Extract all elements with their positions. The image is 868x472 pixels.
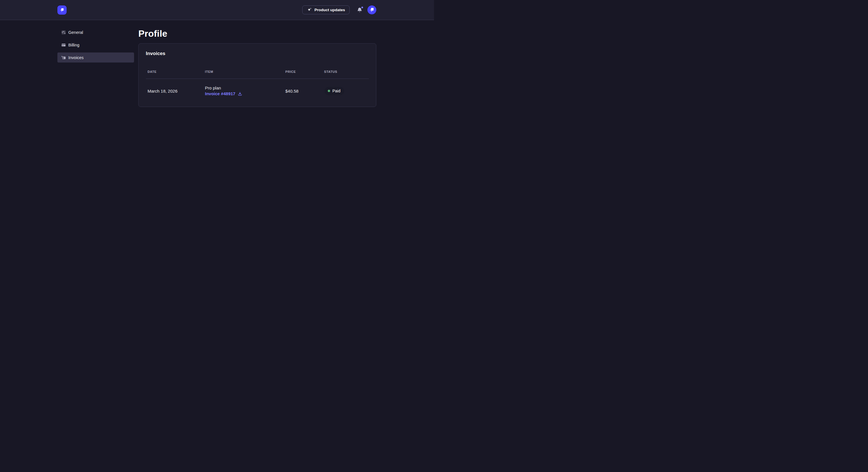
- sidebar-item-billing[interactable]: Billing: [57, 40, 134, 50]
- status-label: Paid: [332, 89, 340, 93]
- app-logo[interactable]: [57, 5, 67, 14]
- column-header-price: Price: [284, 70, 322, 73]
- column-header-status: Status: [322, 70, 369, 73]
- strapi-avatar-icon: [367, 5, 376, 14]
- page-title: Profile: [138, 28, 376, 39]
- status-dot-icon: [328, 90, 330, 92]
- invoice-date: March 18, 2026: [146, 89, 203, 94]
- invoice-status-cell: Paid: [322, 87, 369, 95]
- sparkle-icon: [307, 7, 312, 12]
- credit-card-icon: [61, 43, 66, 47]
- sidebar-item-invoices[interactable]: $ Invoices: [57, 53, 134, 63]
- invoices-table-header: Date Item Price Status: [146, 70, 369, 79]
- invoice-item-cell: Pro plan Invoice #48917: [203, 86, 284, 96]
- status-badge: Paid: [324, 87, 344, 95]
- sidebar-item-label: General: [68, 30, 83, 35]
- invoice-number-link[interactable]: Invoice #48917: [205, 92, 236, 96]
- sidebar-item-label: Invoices: [68, 55, 84, 60]
- download-icon[interactable]: [238, 92, 242, 96]
- user-avatar[interactable]: [367, 5, 376, 14]
- invoices-card-title: Invoices: [146, 51, 369, 57]
- sidebar-item-label: Billing: [68, 43, 80, 47]
- invoice-plan-name: Pro plan: [205, 86, 284, 90]
- notification-dot: [361, 7, 363, 8]
- sidebar-item-general[interactable]: General: [57, 27, 134, 37]
- invoice-row: March 18, 2026 Pro plan Invoice #48917: [146, 79, 369, 100]
- topbar-actions: Product updates: [302, 5, 376, 14]
- topbar: Product updates: [0, 0, 434, 20]
- column-header-date: Date: [146, 70, 203, 73]
- product-updates-label: Product updates: [314, 8, 345, 12]
- settings-sidebar: General Billing $: [57, 27, 134, 107]
- product-updates-button[interactable]: Product updates: [302, 5, 350, 14]
- invoice-price: $40.58: [284, 89, 322, 94]
- invoice-icon: $: [61, 55, 66, 60]
- invoices-card: Invoices Date Item Price Status March 18…: [138, 43, 376, 107]
- column-header-item: Item: [203, 70, 284, 73]
- notifications-button[interactable]: [356, 7, 363, 13]
- sliders-icon: [61, 30, 66, 35]
- main-panel: Profile Invoices Date Item Price Status …: [138, 27, 376, 107]
- content-area: General Billing $: [0, 20, 434, 107]
- strapi-logo-icon: [58, 6, 66, 14]
